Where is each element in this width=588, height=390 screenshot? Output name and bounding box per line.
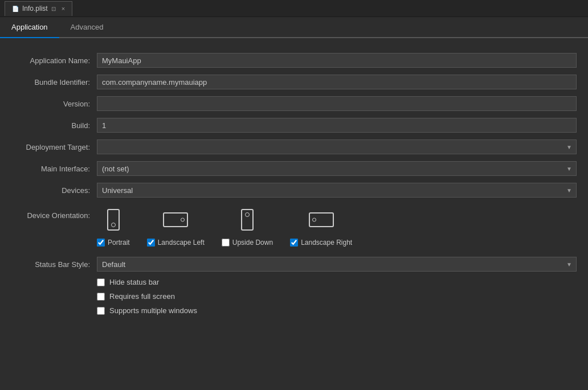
- requires-full-screen-label: Requires full screen: [109, 292, 175, 301]
- upside-down-device-icon: [241, 209, 254, 231]
- devices-label: Devices:: [11, 186, 97, 195]
- build-label: Build:: [11, 121, 97, 130]
- main-interface-select[interactable]: (not set): [97, 161, 577, 176]
- portrait-icon-container: [99, 206, 128, 234]
- tab-application[interactable]: Application: [0, 17, 59, 38]
- pin-icon[interactable]: ⊡: [51, 6, 56, 12]
- landscape-left-device-icon: [163, 212, 188, 227]
- landscape-left-icon-container: [161, 206, 190, 234]
- portrait-label: Portrait: [108, 239, 130, 247]
- orientation-upside-down: Upside Down: [222, 206, 273, 247]
- orientation-portrait: Portrait: [97, 206, 130, 247]
- main-interface-row: Main Interface: (not set) ▼: [0, 158, 588, 179]
- hide-status-bar-label: Hide status bar: [109, 278, 159, 286]
- upside-down-checkbox[interactable]: [222, 239, 230, 247]
- deployment-target-row: Deployment Target: ▼: [0, 136, 588, 158]
- main-interface-wrapper: (not set) ▼: [97, 161, 577, 176]
- landscape-right-device-icon: [309, 212, 334, 227]
- hide-status-bar-checkbox[interactable]: [97, 278, 105, 286]
- supports-multiple-windows-checkbox[interactable]: [97, 307, 105, 315]
- portrait-check-row: Portrait: [97, 239, 130, 247]
- landscape-left-label: Landscape Left: [158, 239, 205, 247]
- status-bar-style-select[interactable]: Default: [97, 257, 577, 272]
- main-interface-label: Main Interface:: [11, 165, 97, 173]
- deployment-target-wrapper: ▼: [97, 139, 577, 154]
- bundle-identifier-input[interactable]: [97, 75, 577, 89]
- landscape-left-checkbox[interactable]: [147, 239, 155, 247]
- upside-down-icon-container: [233, 206, 262, 234]
- version-input[interactable]: [97, 96, 577, 111]
- orientation-options: Portrait Landscape Left: [97, 206, 352, 247]
- application-name-row: Application Name:: [0, 50, 588, 71]
- devices-wrapper: Universal ▼: [97, 183, 577, 198]
- landscape-right-label: Landscape Right: [301, 239, 352, 247]
- file-tab-label: Info.plist: [22, 5, 48, 13]
- hide-status-bar-row: Hide status bar: [0, 275, 588, 289]
- tab-advanced[interactable]: Advanced: [59, 17, 115, 38]
- application-name-input[interactable]: [97, 53, 577, 68]
- landscape-right-icon-container: [307, 206, 336, 234]
- orientation-landscape-right: Landscape Right: [290, 206, 352, 247]
- device-orientation-label: Device Orientation:: [11, 206, 97, 220]
- landscape-right-check-row: Landscape Right: [290, 239, 352, 247]
- close-icon[interactable]: ×: [62, 5, 65, 12]
- status-bar-style-row: Status Bar Style: Default ▼: [0, 253, 588, 275]
- bundle-identifier-label: Bundle Identifier:: [11, 78, 97, 87]
- supports-multiple-windows-label: Supports multiple windows: [109, 306, 197, 315]
- device-orientation-row: Device Orientation: Portrait La: [0, 201, 588, 251]
- version-label: Version:: [11, 100, 97, 108]
- file-icon: 📄: [12, 6, 19, 12]
- title-bar: 📄 Info.plist ⊡ ×: [0, 0, 588, 17]
- devices-row: Devices: Universal ▼: [0, 179, 588, 201]
- application-name-label: Application Name:: [11, 56, 97, 65]
- content-area: Application Name: Bundle Identifier: Ver…: [0, 38, 588, 329]
- status-bar-style-wrapper: Default ▼: [97, 257, 577, 272]
- deployment-target-select[interactable]: [97, 139, 577, 154]
- status-bar-style-label: Status Bar Style:: [11, 260, 97, 269]
- portrait-checkbox[interactable]: [97, 239, 105, 247]
- portrait-device-icon: [107, 209, 120, 231]
- orientation-landscape-left: Landscape Left: [147, 206, 205, 247]
- landscape-right-checkbox[interactable]: [290, 239, 298, 247]
- requires-full-screen-row: Requires full screen: [0, 289, 588, 303]
- deployment-target-label: Deployment Target:: [11, 143, 97, 151]
- build-input[interactable]: [97, 118, 577, 133]
- upside-down-check-row: Upside Down: [222, 239, 273, 247]
- requires-full-screen-checkbox[interactable]: [97, 293, 105, 301]
- supports-multiple-windows-row: Supports multiple windows: [0, 303, 588, 318]
- landscape-left-check-row: Landscape Left: [147, 239, 205, 247]
- upside-down-label: Upside Down: [232, 239, 273, 247]
- build-row: Build:: [0, 114, 588, 136]
- devices-select[interactable]: Universal: [97, 183, 577, 198]
- bundle-identifier-row: Bundle Identifier:: [0, 71, 588, 93]
- main-tabs: Application Advanced: [0, 17, 588, 38]
- version-row: Version:: [0, 93, 588, 114]
- file-tab[interactable]: 📄 Info.plist ⊡ ×: [5, 1, 72, 16]
